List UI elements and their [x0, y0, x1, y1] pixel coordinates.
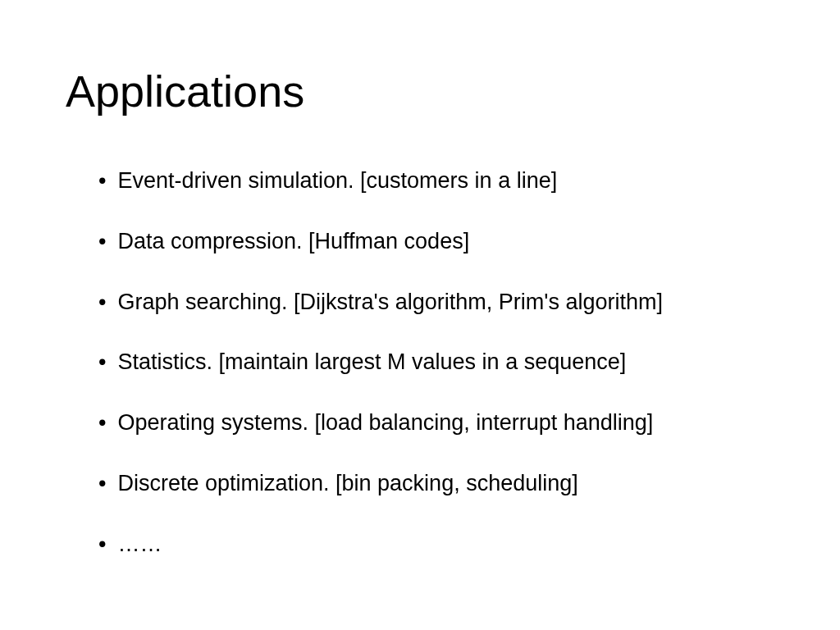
list-item: • Graph searching. [Dijkstra's algorithm… [98, 287, 774, 318]
bullet-text: Statistics. [maintain largest M values i… [117, 347, 626, 378]
slide-title: Applications [66, 66, 774, 116]
bullet-icon: • [98, 529, 106, 560]
list-item: • …… [98, 529, 774, 560]
list-item: • Event-driven simulation. [customers in… [98, 166, 774, 197]
bullet-text: Discrete optimization. [bin packing, sch… [117, 468, 578, 500]
bullet-icon: • [98, 347, 106, 378]
list-item: • Operating systems. [load balancing, in… [98, 408, 774, 439]
list-item: • Discrete optimization. [bin packing, s… [98, 468, 774, 500]
bullet-icon: • [98, 408, 106, 439]
bullet-text: Event-driven simulation. [customers in a… [117, 166, 557, 197]
bullet-text: Data compression. [Huffman codes] [117, 226, 469, 258]
slide-container: Applications • Event-driven simulation. … [0, 0, 840, 560]
bullet-text: …… [117, 529, 162, 560]
list-item: • Data compression. [Huffman codes] [98, 226, 774, 258]
bullet-icon: • [98, 226, 106, 258]
bullet-icon: • [98, 166, 106, 197]
bullet-list: • Event-driven simulation. [customers in… [66, 166, 774, 560]
list-item: • Statistics. [maintain largest M values… [98, 347, 774, 378]
bullet-icon: • [98, 287, 106, 318]
bullet-text: Operating systems. [load balancing, inte… [117, 408, 653, 439]
bullet-text: Graph searching. [Dijkstra's algorithm, … [117, 287, 663, 318]
bullet-icon: • [98, 468, 106, 500]
